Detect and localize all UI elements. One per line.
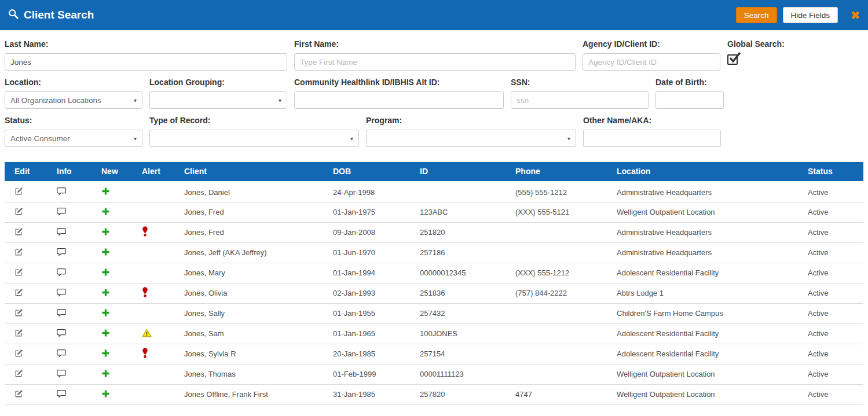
table-row: Jones, Fred 01-Jan-1975 123ABC (XXX) 555… <box>5 202 863 222</box>
red-alert-icon[interactable] <box>142 287 148 297</box>
client-name: Jones Offline, Frank First <box>184 384 333 404</box>
client-phone: 4747 <box>515 384 617 404</box>
table-row: Jones, Daniel 24-Apr-1998 (555) 555-1212… <box>5 182 863 202</box>
location-select-value: All Organization Locations <box>10 96 101 105</box>
other-name-field: Other Name/AKA: <box>583 116 721 147</box>
info-comment-icon[interactable] <box>57 308 66 317</box>
info-comment-icon[interactable] <box>57 389 66 398</box>
date-of-birth-input[interactable] <box>655 91 724 109</box>
info-comment-icon[interactable] <box>57 288 66 297</box>
info-comment-icon[interactable] <box>57 187 66 196</box>
edit-icon[interactable] <box>14 187 23 196</box>
column-header-dob: DOB <box>333 162 420 182</box>
info-comment-icon[interactable] <box>57 227 66 236</box>
chevron-down-icon <box>350 135 353 142</box>
warning-alert-icon[interactable] <box>142 329 152 337</box>
info-comment-icon[interactable] <box>57 207 66 216</box>
new-plus-icon[interactable] <box>101 288 110 297</box>
client-status: Active <box>808 263 863 283</box>
new-plus-icon[interactable] <box>101 389 110 398</box>
client-id: 257154 <box>420 344 515 364</box>
new-plus-icon[interactable] <box>101 248 110 256</box>
client-dob: 02-Jan-1993 <box>333 283 420 303</box>
client-phone <box>515 242 617 263</box>
client-name: Jones, Olivia <box>184 283 333 303</box>
page-title-text: Client Search <box>24 9 94 21</box>
client-id: 257186 <box>420 242 515 263</box>
client-phone <box>515 364 617 384</box>
last-name-input[interactable] <box>5 53 287 71</box>
table-row: Jones, Mary 01-Jan-1994 00000012345 (XXX… <box>5 263 863 283</box>
close-icon[interactable]: ✖ <box>851 10 860 21</box>
client-name: Jones, Mary <box>184 263 333 283</box>
edit-icon[interactable] <box>14 349 23 358</box>
client-name: Jones, Fred <box>184 202 333 222</box>
new-plus-icon[interactable] <box>101 268 110 277</box>
table-row: Jones, Jeff (AKA Jeffrey) 01-Jun-1970 25… <box>5 242 863 263</box>
info-comment-icon[interactable] <box>57 268 66 277</box>
new-plus-icon[interactable] <box>101 187 110 196</box>
ssn-label: SSN: <box>511 78 649 87</box>
location-select[interactable]: All Organization Locations <box>5 91 142 109</box>
client-status: Active <box>808 364 863 384</box>
community-id-input[interactable] <box>294 91 504 109</box>
table-header-row: EditInfoNewAlertClientDOBIDPhoneLocation… <box>5 162 863 182</box>
client-name: Jones, Jeff (AKA Jeffrey) <box>184 242 333 263</box>
edit-icon[interactable] <box>14 207 23 216</box>
info-comment-icon[interactable] <box>57 248 66 256</box>
column-header-client: Client <box>184 162 333 182</box>
ssn-field: SSN: <box>511 78 649 109</box>
ssn-input[interactable] <box>511 91 649 109</box>
type-of-record-select[interactable] <box>149 130 359 147</box>
program-select[interactable] <box>366 130 576 147</box>
info-comment-icon[interactable] <box>57 329 66 337</box>
client-location: Welligent Outpatient Location <box>617 384 808 404</box>
client-table: EditInfoNewAlertClientDOBIDPhoneLocation… <box>5 162 863 405</box>
client-location: Abtrs Lodge 1 <box>617 283 808 303</box>
location-label: Location: <box>5 78 142 87</box>
hide-fields-button[interactable]: Hide Fields <box>783 7 838 23</box>
edit-icon[interactable] <box>14 369 23 378</box>
column-header-alert: Alert <box>142 162 184 182</box>
checked-checkbox-icon <box>728 50 742 67</box>
edit-icon[interactable] <box>14 389 23 398</box>
agency-id-input[interactable] <box>583 53 720 71</box>
client-location: Children'S Farm Home Campus <box>617 303 808 323</box>
client-dob: 31-Jan-1985 <box>333 384 420 404</box>
table-row: Jones, Sally 01-Jan-1955 257432 Children… <box>5 303 863 323</box>
edit-icon[interactable] <box>14 308 23 317</box>
info-comment-icon[interactable] <box>57 369 66 378</box>
new-plus-icon[interactable] <box>101 227 110 236</box>
client-id: 00001111123 <box>420 364 515 384</box>
column-header-location: Location <box>617 162 808 182</box>
edit-icon[interactable] <box>14 329 23 337</box>
new-plus-icon[interactable] <box>101 329 110 337</box>
new-plus-icon[interactable] <box>101 369 110 378</box>
edit-icon[interactable] <box>14 288 23 297</box>
new-plus-icon[interactable] <box>101 207 110 216</box>
first-name-input[interactable] <box>294 53 576 71</box>
client-phone <box>515 323 617 344</box>
column-header-id: ID <box>420 162 515 182</box>
client-status: Active <box>808 323 863 344</box>
search-button[interactable]: Search <box>736 7 777 23</box>
edit-icon[interactable] <box>14 248 23 256</box>
red-alert-icon[interactable] <box>142 348 148 358</box>
table-row: Jones, Fred 09-Jan-2008 251820 Administr… <box>5 222 863 242</box>
client-id: 257820 <box>420 384 515 404</box>
first-name-field: First Name: <box>294 39 576 71</box>
new-plus-icon[interactable] <box>101 308 110 317</box>
client-name: Jones, Daniel <box>184 182 333 202</box>
other-name-input[interactable] <box>583 130 721 147</box>
client-name: Jones, Sam <box>184 323 333 344</box>
red-alert-icon[interactable] <box>142 226 148 237</box>
info-comment-icon[interactable] <box>57 349 66 358</box>
edit-icon[interactable] <box>14 268 23 277</box>
client-name: Jones, Sylvia R <box>184 344 333 364</box>
status-select[interactable]: Active Consumer <box>5 130 142 147</box>
location-grouping-select[interactable] <box>149 91 287 109</box>
client-phone: (XXX) 555-5121 <box>515 202 617 222</box>
edit-icon[interactable] <box>14 227 23 236</box>
table-row: Jones, Thomas 01-Feb-1999 00001111123 We… <box>5 364 863 384</box>
new-plus-icon[interactable] <box>101 349 110 358</box>
